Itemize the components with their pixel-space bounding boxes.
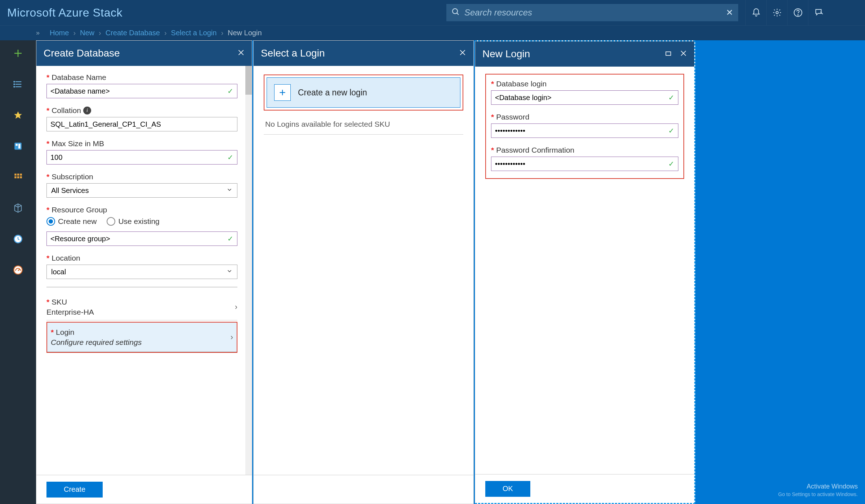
location-select[interactable]: local: [46, 265, 237, 279]
radio-create-new[interactable]: Create new: [46, 217, 97, 226]
sku-value: Enterprise-HA: [46, 308, 94, 316]
rail-list-icon[interactable]: [9, 76, 27, 93]
crumb-new[interactable]: New: [80, 29, 94, 37]
input[interactable]: [50, 120, 233, 129]
sku-selector[interactable]: * SKU Enterprise-HA ›: [46, 294, 237, 320]
subscription-select[interactable]: All Services: [46, 183, 237, 198]
search-clear-icon[interactable]: ✕: [726, 8, 733, 18]
activate-windows-watermark: Activate Windows Go to Settings to activ…: [778, 482, 858, 498]
create-new-login-item[interactable]: Create a new login: [267, 77, 460, 108]
brand: Microsoft Azure Stack: [7, 6, 122, 19]
blade-header: Select a Login: [254, 41, 473, 66]
label: Database login: [496, 80, 547, 88]
svg-rect-33: [666, 52, 670, 55]
input[interactable]: [495, 160, 668, 168]
breadcrumb-history-icon[interactable]: »: [36, 29, 38, 37]
required-icon: *: [46, 139, 49, 148]
avatar-area[interactable]: [833, 5, 858, 20]
collation-input[interactable]: [46, 117, 237, 131]
field-database-login: *Database login ✓: [491, 80, 678, 105]
feedback-icon[interactable]: [808, 0, 829, 25]
user-avatar-icon[interactable]: [838, 5, 852, 20]
checkmark-icon: ✓: [227, 234, 233, 243]
watermark-line1: Activate Windows: [778, 482, 858, 491]
blade-new-login: New Login *Database login ✓: [475, 40, 695, 504]
blade-footer: OK: [475, 474, 694, 503]
radio-use-existing[interactable]: Use existing: [107, 217, 159, 226]
ok-button[interactable]: OK: [485, 481, 530, 497]
close-icon[interactable]: [237, 49, 245, 58]
label: Resource Group: [52, 206, 107, 214]
help-icon[interactable]: [787, 0, 808, 25]
input[interactable]: [50, 87, 227, 95]
create-login-label: Create a new login: [298, 88, 367, 98]
search-box[interactable]: ✕: [446, 4, 738, 21]
checkmark-icon: ✓: [668, 93, 674, 102]
password-input[interactable]: ✓: [491, 123, 678, 138]
resource-group-input[interactable]: ✓: [46, 231, 237, 246]
blade-title: Create Database: [44, 48, 120, 59]
create-button[interactable]: Create: [46, 482, 103, 498]
info-icon[interactable]: i: [83, 107, 91, 114]
radio-label: Use existing: [118, 217, 159, 226]
login-highlight: * Login Configure required settings ›: [46, 322, 237, 353]
blade-body: Create a new login No Logins available f…: [254, 66, 473, 475]
blade-body: *Database Name ✓ *Collation i *Max Size …: [36, 66, 252, 475]
required-icon: *: [46, 254, 49, 262]
chevron-right-icon: ›: [231, 333, 233, 342]
label: Max Size in MB: [52, 139, 104, 148]
rail-new-icon[interactable]: [9, 45, 27, 62]
rail-gauge-icon[interactable]: [9, 261, 27, 279]
database-login-input[interactable]: ✓: [491, 90, 678, 105]
notifications-icon[interactable]: [745, 0, 766, 25]
max-size-input[interactable]: ✓: [46, 150, 237, 165]
svg-point-12: [14, 86, 14, 87]
required-icon: *: [46, 206, 49, 214]
input[interactable]: [50, 235, 227, 243]
radio-label: Create new: [58, 217, 97, 226]
required-icon: *: [46, 172, 49, 181]
topbar-icons: [745, 0, 829, 25]
crumb-create-db[interactable]: Create Database: [106, 29, 160, 37]
crumb-select-login[interactable]: Select a Login: [171, 29, 217, 37]
create-login-highlight: Create a new login: [264, 75, 463, 111]
input[interactable]: [495, 94, 668, 102]
svg-rect-21: [17, 176, 19, 178]
field-location: *Location local: [46, 254, 237, 279]
select-value: All Services: [51, 186, 89, 195]
maximize-icon[interactable]: [665, 50, 672, 58]
crumb-home[interactable]: Home: [50, 29, 69, 37]
topbar: Microsoft Azure Stack ✕: [0, 0, 865, 25]
scrollbar[interactable]: [245, 66, 252, 475]
search-icon: [451, 8, 460, 18]
login-selector[interactable]: * Login Configure required settings ›: [47, 323, 237, 352]
rail-favorite-icon[interactable]: [9, 107, 27, 124]
database-name-input[interactable]: ✓: [46, 84, 237, 98]
label: Subscription: [52, 172, 93, 181]
separator: [264, 134, 463, 135]
field-max-size: *Max Size in MB ✓: [46, 139, 237, 165]
rail-dashboard-icon[interactable]: [9, 138, 27, 155]
required-icon: *: [491, 80, 494, 88]
blade-body: *Database login ✓ *Password ✓: [475, 67, 694, 474]
rail-clock-icon[interactable]: [9, 230, 27, 248]
svg-rect-22: [20, 176, 22, 178]
checkmark-icon: ✓: [227, 153, 233, 162]
chevron-right-icon: ›: [99, 29, 101, 37]
required-icon: *: [491, 113, 494, 121]
close-icon[interactable]: [459, 49, 466, 58]
password-confirmation-input[interactable]: ✓: [491, 157, 678, 171]
rail-cube-icon[interactable]: [9, 199, 27, 217]
svg-point-2: [776, 12, 778, 14]
plus-icon: [274, 84, 291, 101]
search-input[interactable]: [464, 8, 722, 18]
label: Location: [52, 254, 80, 262]
checkmark-icon: ✓: [668, 159, 674, 168]
input[interactable]: [50, 153, 227, 162]
label: Password Confirmation: [496, 146, 574, 154]
input[interactable]: [495, 127, 668, 135]
rail-grid-icon[interactable]: [9, 168, 27, 186]
settings-icon[interactable]: [766, 0, 787, 25]
close-icon[interactable]: [680, 50, 687, 58]
svg-line-1: [457, 13, 459, 15]
